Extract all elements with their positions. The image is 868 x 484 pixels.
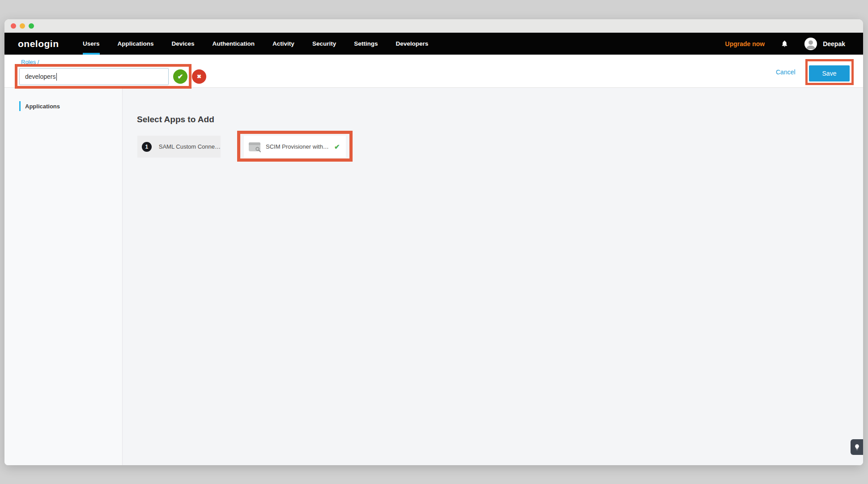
nav-item-devices[interactable]: Devices bbox=[172, 33, 195, 55]
nav-item-security[interactable]: Security bbox=[312, 33, 336, 55]
sidebar-item-label: Applications bbox=[25, 103, 60, 110]
scim-app-icon bbox=[249, 142, 260, 151]
upgrade-now-link[interactable]: Upgrade now bbox=[725, 40, 765, 47]
nav-item-users[interactable]: Users bbox=[83, 33, 100, 55]
close-window-button[interactable] bbox=[11, 23, 16, 29]
x-icon: ✖ bbox=[197, 73, 201, 80]
user-avatar[interactable] bbox=[804, 38, 817, 50]
user-name-label: Deepak bbox=[823, 40, 845, 47]
app-icon-band bbox=[249, 142, 260, 145]
active-indicator-bar bbox=[19, 101, 21, 111]
nav-menu: Users Applications Devices Authenticatio… bbox=[83, 33, 446, 55]
nav-item-settings[interactable]: Settings bbox=[354, 33, 378, 55]
nav-item-authentication[interactable]: Authentication bbox=[213, 33, 255, 55]
nav-item-applications[interactable]: Applications bbox=[118, 33, 154, 55]
breadcrumb[interactable]: Roles / bbox=[21, 59, 39, 65]
page-header: Roles / developers ✔ ✖ Cancel Save bbox=[4, 55, 863, 88]
notifications-bell-icon[interactable] bbox=[781, 40, 788, 47]
save-button[interactable]: Save bbox=[809, 65, 850, 81]
browser-window: onelogin Users Applications Devices Auth… bbox=[4, 19, 863, 465]
section-heading: Select Apps to Add bbox=[137, 115, 214, 124]
app-tile-scim[interactable]: SCIM Provisioner with… ✔ bbox=[244, 136, 346, 158]
confirm-rename-button[interactable]: ✔ bbox=[173, 69, 187, 84]
page-body: Applications Select Apps to Add 1 SAML C… bbox=[4, 88, 863, 465]
discard-rename-button[interactable]: ✖ bbox=[192, 69, 206, 84]
top-navbar: onelogin Users Applications Devices Auth… bbox=[4, 33, 863, 55]
magnifier-icon bbox=[255, 146, 261, 153]
zoom-window-button[interactable] bbox=[29, 23, 34, 29]
role-name-input-value: developers bbox=[25, 73, 56, 80]
help-lightbulb-button[interactable] bbox=[851, 439, 863, 455]
app-tile-saml[interactable]: 1 SAML Custom Conne… bbox=[137, 136, 221, 158]
desktop: onelogin Users Applications Devices Auth… bbox=[0, 0, 868, 484]
nav-item-developers[interactable]: Developers bbox=[396, 33, 428, 55]
minimize-window-button[interactable] bbox=[20, 23, 25, 29]
role-name-input[interactable]: developers bbox=[19, 68, 169, 85]
sidebar: Applications bbox=[4, 88, 123, 465]
main-content: Select Apps to Add 1 SAML Custom Conne… … bbox=[123, 88, 863, 465]
app-name-label: SAML Custom Conne… bbox=[159, 143, 221, 150]
lightbulb-icon bbox=[854, 444, 860, 450]
app-name-label: SCIM Provisioner with… bbox=[266, 143, 329, 150]
nav-item-activity[interactable]: Activity bbox=[272, 33, 294, 55]
sidebar-item-applications[interactable]: Applications bbox=[19, 101, 60, 111]
navbar-right-cluster: Upgrade now Deepak bbox=[725, 33, 845, 55]
onelogin-logo: onelogin bbox=[18, 33, 59, 55]
window-titlebar bbox=[4, 19, 863, 33]
check-icon: ✔ bbox=[178, 73, 183, 81]
cancel-button[interactable]: Cancel bbox=[776, 69, 796, 76]
selected-check-icon: ✔ bbox=[334, 143, 340, 151]
text-caret bbox=[56, 73, 57, 81]
app-count-badge: 1 bbox=[142, 142, 152, 152]
